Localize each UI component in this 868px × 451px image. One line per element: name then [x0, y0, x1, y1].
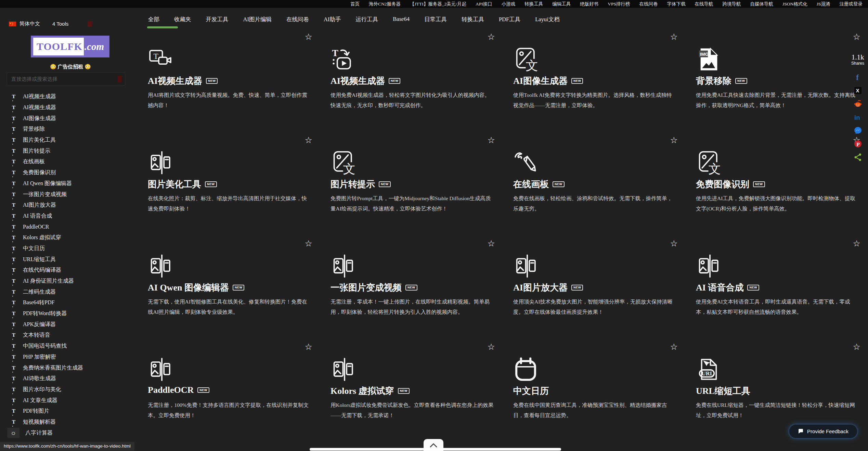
topnav-link[interactable]: 编辑工具 [552, 1, 571, 7]
tool-card[interactable]: ☆ IMG 背景移除NEW 使用免费AI工具快速去除图片背景，无需注册，无限次数… [695, 33, 868, 136]
category-tab[interactable]: 转换工具 [461, 13, 484, 27]
favorite-star-icon[interactable]: ☆ [488, 33, 495, 41]
sidebar-tool-item[interactable]: T 背景移除 [0, 124, 143, 135]
sidebar-tool-item[interactable]: T 短视频解析器 [0, 417, 143, 428]
sidebar-tool-item[interactable]: T 中国电话号码查找 [0, 341, 143, 352]
sidebar-tool-item[interactable]: T PDF转Word转换器 [0, 308, 143, 319]
favorite-star-icon[interactable]: ☆ [853, 343, 860, 351]
sidebar-tool-item[interactable]: T AI 身份证照片生成器 [0, 276, 143, 287]
tool-card[interactable]: ☆ 文 AI图像生成器NEW 使用Toolfk AI免费将文字转换为精美图片。选… [513, 33, 685, 136]
sidebar-tool-item[interactable]: T 图片转提示 [0, 145, 143, 156]
category-tab[interactable]: PDF工具 [498, 13, 521, 27]
sidebar-tool-item[interactable]: T PaddleOCR [0, 221, 143, 232]
category-tab[interactable]: Base64 [392, 13, 410, 26]
messenger-icon[interactable] [854, 126, 862, 135]
topnav-link[interactable]: API接口 [476, 1, 492, 7]
category-tab[interactable]: 日常工具 [424, 13, 447, 27]
sidebar-tool-item[interactable]: T AI视频生成器 [0, 91, 143, 102]
tool-card[interactable]: ☆ T AI视频生成器NEW 用AI将图片或文字转为高质量视频。免费、快速、简单… [147, 33, 320, 136]
tool-card[interactable]: ☆ 一张图片变成视频NEW 无需注册，零成本！一键上传图片，在线即时生成精彩视频… [330, 239, 503, 343]
tool-card[interactable]: ☆ 中文日历 免费在线中国黄历查询工具，准确预测宝宝性别、精选结婚搬家吉日，查看… [513, 343, 685, 446]
tool-card[interactable]: ☆ 在线画板NEW 免费在线画板，轻松绘画、涂鸦和尝试特效。无需下载，操作简单，… [513, 136, 685, 239]
sidebar-tool-item[interactable]: T 中文日历 [0, 243, 143, 254]
search-input[interactable] [7, 73, 125, 86]
facebook-icon[interactable]: f [854, 73, 862, 81]
tool-card[interactable]: ☆ T AI视频生成器NEW 使用免费AI视频生成器，轻松将文字图片转化为吸引人… [330, 33, 503, 136]
tool-card[interactable]: ☆ Kolors 虚拟试穿NEW 用Kolors虚拟试妆免费尝试新发色。立即查看… [330, 343, 503, 446]
favorite-star-icon[interactable]: ☆ [670, 239, 678, 248]
pinterest-icon[interactable]: P [854, 140, 862, 148]
tool-card[interactable]: ☆ AI Qwen 图像编辑器NEW 无需下载，使用AI智能修图工具在线美化、修… [147, 239, 320, 343]
category-tab[interactable]: Layui文档 [535, 13, 560, 27]
favorite-star-icon[interactable]: ☆ [853, 239, 860, 248]
favorite-star-icon[interactable]: ☆ [488, 239, 495, 248]
topnav-link[interactable]: 自媒体导航 [750, 1, 773, 7]
topnav-link[interactable]: 绝版好书 [580, 1, 598, 7]
sidebar-tool-item[interactable]: T 文本转语音 [0, 330, 143, 341]
favorite-star-icon[interactable]: ☆ [305, 136, 312, 144]
topnav-link[interactable]: JSON格式化 [782, 1, 807, 7]
category-tab[interactable]: AI助手 [323, 13, 341, 27]
sidebar-tool-item[interactable]: T 一张图片变成视频 [0, 189, 143, 200]
category-tab[interactable]: 在线问卷 [286, 13, 309, 27]
topnav-link[interactable]: 海外CN2服务器 [369, 1, 401, 7]
site-logo[interactable]: TOOLFK .com [31, 36, 109, 57]
category-tab[interactable]: 全部 [148, 13, 160, 27]
topnav-link[interactable]: 在线问卷 [639, 1, 658, 7]
tool-card[interactable]: ☆ 图片美化工具NEW 在线美化照片：裁剪、标注、缩放并导出高清图片用于社交媒体… [147, 136, 320, 239]
sidebar-tool-item[interactable]: T PDF转图片 [0, 406, 143, 417]
tool-card[interactable]: ☆ 文 图片转提示NEW 免费图片转Prompt工具，一键为Midjourney… [330, 136, 503, 239]
linkedin-icon[interactable]: in [854, 113, 862, 121]
sidebar-tool-item[interactable]: T 图片美化工具 [0, 135, 143, 146]
sidebar-tool-item[interactable]: T 免费图像识别 [0, 167, 143, 178]
category-tab[interactable]: AI图片编辑 [243, 13, 272, 27]
sidebar-tool-item[interactable]: T 在线画板 [0, 156, 143, 167]
sharethis-icon[interactable] [854, 153, 862, 162]
sidebar-tool-item[interactable]: T 图片水印与美化 [0, 384, 143, 395]
horizontal-scrollbar-thumb[interactable] [310, 448, 561, 451]
sidebar-tool-item[interactable]: T Base64转PDF [0, 297, 143, 308]
topnav-link[interactable]: 字体下载 [667, 1, 685, 7]
category-tab[interactable]: 开发工具 [206, 13, 229, 27]
tool-card[interactable]: ☆ PaddleOCRNEW 无需注册，100%免费！支持多语言图片文字提取，在… [147, 343, 320, 446]
reddit-icon[interactable] [854, 100, 862, 108]
sidebar-tool-item[interactable]: ☼ 八字计算器 [0, 427, 143, 438]
sidebar-tool-item[interactable]: T AI视频生成器 [0, 102, 143, 113]
sidebar-tool-item[interactable]: T APK反编译器 [0, 319, 143, 330]
sidebar-tool-item[interactable]: T Kolors 虚拟试穿 [0, 232, 143, 243]
topnav-link[interactable]: JS混淆 [817, 1, 830, 7]
favorite-star-icon[interactable]: ☆ [670, 33, 678, 41]
sidebar-tool-item[interactable]: T AI Qwen 图像编辑器 [0, 178, 143, 189]
topnav-link[interactable]: 跨境导航 [722, 1, 741, 7]
sidebar-tool-item[interactable]: T AI 语音合成 [0, 211, 143, 222]
tool-card[interactable]: ☆ AI 语音合成NEW 使用免费AI文本转语音工具，即时生成逼真语音。无需下载… [695, 239, 868, 343]
favorite-star-icon[interactable]: ☆ [305, 239, 312, 248]
sidebar-tool-item[interactable]: T AI 文章生成器 [0, 395, 143, 406]
sidebar-tool-item[interactable]: T AI诗歌生成器 [0, 373, 143, 384]
x-twitter-icon[interactable]: X [854, 86, 862, 95]
category-tab[interactable]: 收藏夹 [174, 13, 192, 27]
favorite-star-icon[interactable]: ☆ [488, 136, 495, 144]
favorite-star-icon[interactable]: ☆ [853, 33, 860, 41]
sidebar-tool-item[interactable]: T URL缩短工具 [0, 254, 143, 265]
topnav-link[interactable]: VPS排行榜 [608, 1, 630, 7]
topnav-link[interactable]: 转换工具 [524, 1, 543, 7]
topnav-link[interactable]: 在线导航 [695, 1, 713, 7]
language-selector[interactable]: ★★★★★ 简体中文 4 Tools [9, 21, 92, 27]
sidebar-tool-item[interactable]: T 在线代码编译器 [0, 265, 143, 276]
favorite-star-icon[interactable]: ☆ [305, 343, 312, 351]
topnav-link[interactable]: 【JTTI】服务器_2美元/月起 [410, 1, 466, 7]
sidebar-tool-item[interactable]: T 二维码生成器 [0, 286, 143, 297]
provide-feedback-button[interactable]: Provide Feedback [789, 424, 857, 438]
category-tab[interactable]: 运行工具 [355, 13, 378, 27]
favorite-star-icon[interactable]: ☆ [488, 343, 495, 351]
topnav-link[interactable]: 注册或登录 [840, 1, 863, 7]
favorite-star-icon[interactable]: ☆ [670, 343, 678, 351]
favorite-star-icon[interactable]: ☆ [305, 33, 312, 41]
topnav-link[interactable]: 首页 [350, 1, 360, 7]
sidebar-tool-item[interactable]: T PHP 加密解密 [0, 352, 143, 363]
favorite-star-icon[interactable]: ☆ [670, 136, 678, 144]
sidebar-tool-item[interactable]: T 免费纳米香蕉图片生成器 [0, 362, 143, 373]
sidebar-tool-item[interactable]: T AI图片放大器 [0, 200, 143, 211]
tool-card[interactable]: ☆ 文 免费图像识别NEW 使用先进AI工具，免费解锁强大图像识别功能。即时检测… [695, 136, 868, 239]
